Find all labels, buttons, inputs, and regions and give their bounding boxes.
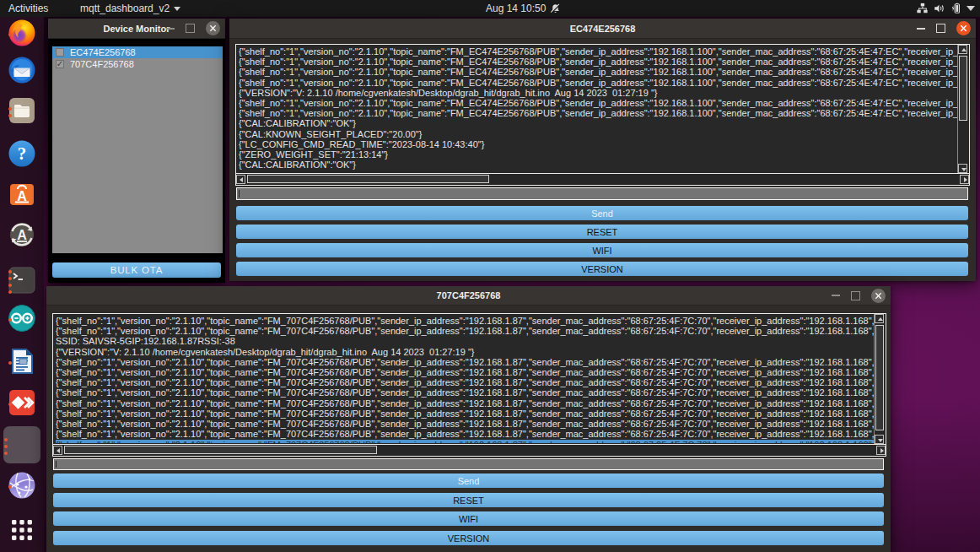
w1-horizontal-scrollbar[interactable] bbox=[236, 173, 969, 185]
w2-command-entry[interactable] bbox=[53, 458, 884, 470]
w1-hscroll-left-arrow[interactable] bbox=[236, 175, 245, 184]
running-indicator-dots bbox=[8, 348, 12, 378]
log-line: {"CAL:CALIBRATION":"OK"} bbox=[239, 160, 958, 170]
firefox-icon bbox=[8, 19, 36, 51]
dock-item-thunderbird[interactable] bbox=[7, 57, 37, 87]
w1-command-entry[interactable] bbox=[236, 187, 968, 200]
w2-version-button[interactable]: VERSION bbox=[53, 531, 884, 545]
log-line: {"shelf_no":"1","version_no":"2.1.10","t… bbox=[56, 316, 875, 326]
app-menu[interactable]: mqtt_dashboard_v2 bbox=[80, 0, 180, 17]
w2-close-icon bbox=[875, 292, 882, 300]
device-monitor-title: Device Monitor bbox=[104, 24, 170, 34]
dock-item-software-updater[interactable]: A bbox=[7, 221, 37, 252]
w2-hscroll-left-arrow[interactable] bbox=[53, 446, 62, 455]
w2-vscroll-up-arrow[interactable] bbox=[875, 314, 884, 323]
w1-wifi-button[interactable]: WIFI bbox=[236, 243, 968, 257]
w1-vertical-scrollbar[interactable] bbox=[957, 45, 969, 173]
log-line: {"CAL:KNOWN_SEIGHT_PLACED":"20.00"} bbox=[239, 129, 958, 139]
dock-item-mqtt-dashboard[interactable] bbox=[3, 427, 41, 466]
minimize-button[interactable] bbox=[166, 28, 175, 30]
w2-titlebar[interactable]: 707C4F256768 bbox=[46, 286, 891, 306]
log-line: {"shelf_no":"1","version_no":"2.1.10","t… bbox=[239, 46, 958, 57]
w1-send-button[interactable]: Send bbox=[236, 206, 968, 220]
dock-item-terminal[interactable] bbox=[7, 267, 37, 297]
w2-maximize-button[interactable] bbox=[851, 291, 860, 300]
w2-minimize-button[interactable] bbox=[832, 295, 840, 296]
log-line: {"VERSION":"V: 2.1.10 /home/cgvenkatesh/… bbox=[56, 347, 875, 357]
w2-close-button[interactable] bbox=[871, 289, 886, 303]
network-wired-icon bbox=[916, 3, 929, 14]
w1-vscroll-thumb[interactable] bbox=[959, 56, 967, 121]
device-window-ec474e256768: EC474E256768 {"shelf_no":"1","version_no… bbox=[229, 19, 976, 281]
w1-reset-button[interactable]: RESET bbox=[236, 225, 968, 239]
w2-send-button[interactable]: Send bbox=[53, 474, 884, 488]
w1-maximize-button[interactable] bbox=[936, 24, 945, 33]
help-icon: ? bbox=[8, 139, 36, 171]
arduino-icon bbox=[8, 304, 36, 336]
gnome-web-icon bbox=[8, 471, 36, 503]
w2-vertical-scrollbar[interactable] bbox=[874, 314, 886, 444]
close-icon bbox=[209, 24, 217, 32]
dock-item-show-applications[interactable] bbox=[7, 517, 37, 547]
log-line-selected: {"shelf_no":"1","version_no":"2.1.10","t… bbox=[56, 440, 875, 443]
dock-item-ubuntu-software[interactable]: A bbox=[7, 181, 37, 211]
device-list[interactable]: EC474E256768✓707C4F256768 bbox=[52, 46, 223, 253]
log-line: {"ZERO_WEIGHT_SET":"21:13:14"} bbox=[239, 149, 958, 160]
dock-item-remote-app[interactable] bbox=[7, 389, 37, 419]
maximize-button[interactable] bbox=[186, 24, 195, 33]
dock-item-files[interactable] bbox=[7, 97, 37, 127]
w2-wifi-button[interactable]: WIFI bbox=[53, 511, 884, 526]
w2-log-text[interactable]: {"shelf_no":"1","version_no":"2.1.10","t… bbox=[53, 314, 875, 444]
system-status-area[interactable] bbox=[916, 0, 975, 17]
device-list-item[interactable]: ✓707C4F256768 bbox=[52, 58, 223, 70]
running-indicator-dots bbox=[8, 97, 12, 127]
svg-text:A: A bbox=[17, 189, 27, 203]
app-menu-label: mqtt_dashboard_v2 bbox=[80, 3, 170, 14]
activities-button[interactable]: Activities bbox=[8, 0, 48, 17]
w2-hscroll-right-arrow[interactable] bbox=[876, 446, 886, 455]
log-line: {"LC_CONFIG_CMD_READ_TIME":"2023-08-14 1… bbox=[239, 139, 958, 149]
clock-label: Aug 14 10:50 bbox=[486, 3, 546, 14]
w1-vscroll-down-arrow[interactable] bbox=[958, 164, 967, 173]
device-monitor-titlebar[interactable]: Device Monitor bbox=[48, 19, 225, 39]
w1-close-button[interactable] bbox=[956, 21, 971, 35]
dock-item-libreoffice-writer[interactable] bbox=[7, 348, 37, 378]
close-button[interactable] bbox=[206, 21, 220, 35]
w2-reset-button[interactable]: RESET bbox=[53, 493, 884, 507]
w2-hscroll-thumb[interactable] bbox=[64, 446, 377, 454]
w1-hscroll-thumb[interactable] bbox=[247, 175, 489, 183]
w1-hscroll-right-arrow[interactable] bbox=[960, 175, 969, 184]
w1-vscroll-up-arrow[interactable] bbox=[958, 45, 967, 54]
w1-titlebar[interactable]: EC474E256768 bbox=[229, 19, 976, 39]
checkbox-unchecked-icon[interactable] bbox=[56, 48, 64, 57]
dock-item-arduino[interactable] bbox=[7, 305, 37, 335]
volume-icon bbox=[933, 3, 945, 14]
dock-item-firefox[interactable] bbox=[7, 19, 37, 50]
log-line: {"CAL:CALIBRATION":"OK"} bbox=[239, 118, 958, 128]
ubuntu-software-icon: A bbox=[8, 180, 36, 212]
log-line: {"shelf_no":"1","version_no":"2.1.10","t… bbox=[239, 108, 958, 118]
dock-item-gnome-web[interactable] bbox=[7, 472, 37, 502]
w2-vscroll-down-arrow[interactable] bbox=[875, 435, 884, 444]
libreoffice-writer-icon bbox=[8, 347, 36, 379]
device-list-item[interactable]: EC474E256768 bbox=[52, 46, 223, 58]
svg-text:?: ? bbox=[18, 143, 27, 164]
checkbox-checked-icon[interactable]: ✓ bbox=[56, 60, 64, 68]
w2-title: 707C4F256768 bbox=[437, 290, 501, 300]
w1-minimize-button[interactable] bbox=[917, 28, 925, 30]
running-indicator-dots bbox=[8, 305, 12, 335]
log-line: {"shelf_no":"1","version_no":"2.1.10","t… bbox=[56, 377, 875, 387]
bulk-ota-button[interactable]: BULK OTA bbox=[52, 262, 221, 278]
app-menu-caret-icon bbox=[174, 7, 180, 11]
w2-horizontal-scrollbar[interactable] bbox=[53, 444, 886, 456]
dock-item-help[interactable]: ? bbox=[7, 140, 37, 170]
w1-log-text[interactable]: {"shelf_no":"1","version_no":"2.1.10","t… bbox=[236, 45, 958, 173]
clock-menu[interactable]: Aug 14 10:50 bbox=[486, 0, 561, 17]
device-monitor-window: Device Monitor EC474E256768✓707C4F256768… bbox=[48, 19, 225, 283]
w2-vscroll-thumb[interactable] bbox=[875, 325, 884, 430]
w1-version-button[interactable]: VERSION bbox=[236, 262, 968, 276]
running-indicator-dots bbox=[8, 267, 12, 297]
log-line: {"shelf_no":"1","version_no":"2.1.10","t… bbox=[56, 429, 875, 439]
terminal-icon bbox=[8, 266, 36, 298]
log-line: {"shelf_no":"1","version_no":"2.1.10","t… bbox=[56, 367, 875, 377]
